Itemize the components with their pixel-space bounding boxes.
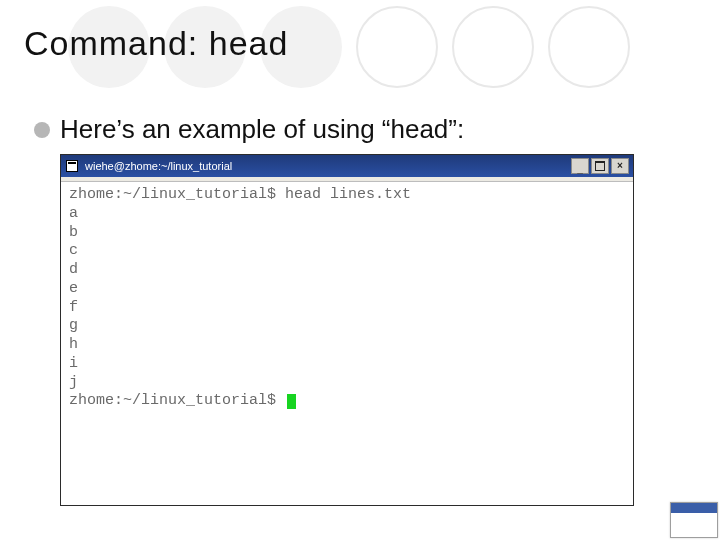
window-title: wiehe@zhome:~/linux_tutorial [85, 160, 571, 172]
bullet-row: Here’s an example of using “head”: [34, 114, 464, 145]
terminal-line: c [69, 242, 625, 261]
terminal-prompt-line: zhome:~/linux_tutorial$ [69, 392, 625, 411]
terminal-line: g [69, 317, 625, 336]
terminal-line: zhome:~/linux_tutorial$ head lines.txt [69, 186, 625, 205]
terminal-icon [65, 159, 79, 173]
terminal-line: e [69, 280, 625, 299]
svg-rect-2 [68, 162, 76, 164]
terminal-line: f [69, 299, 625, 318]
terminal-line: i [69, 355, 625, 374]
thumb-title-strip [671, 503, 717, 513]
bullet-dot-icon [34, 122, 50, 138]
cursor-icon [287, 394, 296, 409]
slide-navigator-thumb[interactable] [670, 502, 718, 538]
bullet-text: Here’s an example of using “head”: [60, 114, 464, 145]
maximize-button[interactable] [591, 158, 609, 174]
terminal-window: wiehe@zhome:~/linux_tutorial _ × zhome:~… [60, 154, 634, 506]
window-controls: _ × [571, 158, 629, 174]
slide-title: Command: head [24, 24, 288, 63]
terminal-line: d [69, 261, 625, 280]
window-titlebar: wiehe@zhome:~/linux_tutorial _ × [61, 155, 633, 177]
circle-decoration [452, 6, 534, 88]
terminal-line: a [69, 205, 625, 224]
terminal-line: h [69, 336, 625, 355]
terminal-line: b [69, 224, 625, 243]
thumb-body [671, 513, 717, 537]
circle-decoration [356, 6, 438, 88]
minimize-button[interactable]: _ [571, 158, 589, 174]
terminal-prompt: zhome:~/linux_tutorial$ [69, 392, 285, 409]
circle-decoration [548, 6, 630, 88]
terminal-line: j [69, 374, 625, 393]
terminal-body[interactable]: zhome:~/linux_tutorial$ head lines.txt a… [61, 182, 633, 505]
close-button[interactable]: × [611, 158, 629, 174]
